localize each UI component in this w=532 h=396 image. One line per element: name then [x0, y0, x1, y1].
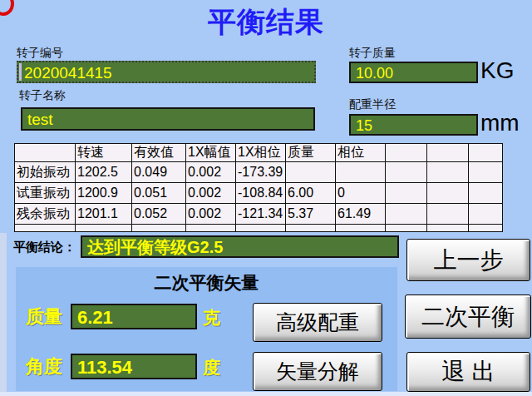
table-cell: -121.34	[236, 204, 286, 225]
rotor-name-label: 转子名称	[19, 88, 66, 103]
conclusion-label: 平衡结论：	[13, 240, 76, 255]
table-empty-row	[15, 225, 503, 232]
balance-mass-unit: 克	[203, 306, 220, 329]
table-cell	[427, 204, 469, 225]
table-cell	[286, 162, 336, 183]
table-cell	[469, 162, 503, 183]
page-title: 平衡结果	[0, 3, 532, 42]
rotor-id-value: 2020041415	[18, 62, 314, 82]
table-header-cell: 1X幅值	[186, 144, 236, 162]
table-cell: 0.002	[186, 204, 236, 225]
balance-angle-value: 113.54	[72, 355, 195, 379]
rotor-name-value: test	[22, 109, 313, 130]
vibration-table: 转速 有效值 1X幅值 1X相位 质量 相位 初始振动 1202.5 0.049…	[14, 143, 503, 232]
table-cell: 0.052	[132, 204, 186, 225]
table-cell: 6.00	[286, 183, 336, 204]
table-cell	[386, 204, 427, 225]
table-header-cell: 1X相位	[236, 144, 286, 162]
balance-result-window: 平衡结果 转子编号 2020041415 转子质量 10.00 KG 转子名称 …	[0, 0, 532, 396]
secondary-balance-panel-title: 二次平衡矢量	[16, 271, 397, 295]
table-header-cell	[386, 144, 427, 162]
rotor-mass-value: 10.00	[351, 63, 476, 82]
table-header-cell: 质量	[286, 144, 336, 162]
table-cell	[469, 183, 503, 204]
advanced-weight-button[interactable]: 高级配重	[253, 303, 382, 342]
rotor-mass-unit: KG	[480, 57, 514, 84]
secondary-balance-button[interactable]: 二次平衡	[405, 295, 531, 339]
table-cell: -173.39	[236, 162, 286, 183]
balance-angle-label: 角度	[26, 354, 62, 379]
previous-step-button[interactable]: 上一步	[406, 239, 530, 281]
vector-decompose-button[interactable]: 矢量分解	[253, 352, 382, 391]
table-row-initial-vibration: 初始振动 1202.5 0.049 0.002 -173.39	[15, 162, 503, 183]
table-cell: 1201.1	[76, 204, 132, 225]
window-bottom-edge	[0, 392, 532, 396]
balance-mass-value: 6.21	[72, 305, 195, 329]
table-cell: 1202.5	[76, 162, 132, 183]
table-cell	[386, 162, 427, 183]
row-label: 初始振动	[15, 162, 76, 183]
table-row-trial-vibration: 试重振动 1200.9 0.051 0.002 -108.84 6.00 0	[15, 183, 503, 204]
table-cell: 5.37	[286, 204, 336, 225]
table-cell	[336, 162, 386, 183]
table-cell	[427, 183, 469, 204]
row-label: 试重振动	[15, 183, 76, 204]
table-cell: 61.49	[336, 204, 386, 225]
rotor-mass-input[interactable]: 10.00	[349, 62, 478, 83]
table-header-row: 转速 有效值 1X幅值 1X相位 质量 相位	[15, 144, 503, 162]
table-cell	[386, 183, 427, 204]
rotor-name-input[interactable]: test	[21, 107, 315, 131]
weight-radius-unit: mm	[480, 110, 520, 136]
table-cell: 0	[336, 183, 386, 204]
conclusion-field: 达到平衡等级G2.5	[81, 235, 399, 258]
weight-radius-label: 配重半径	[349, 97, 396, 112]
balance-mass-field[interactable]: 6.21	[71, 304, 197, 329]
rotor-mass-label: 转子质量	[349, 46, 396, 61]
balance-angle-unit: 度	[203, 356, 220, 379]
table-cell: -108.84	[236, 183, 286, 204]
exit-button[interactable]: 退 出	[406, 352, 530, 392]
table-header-cell	[15, 144, 76, 162]
table-cell: 0.049	[132, 162, 186, 183]
table-cell	[427, 162, 469, 183]
table-cell: 0.051	[132, 183, 186, 204]
text-cursor	[19, 63, 22, 81]
table-cell: 0.002	[186, 183, 236, 204]
table-header-cell: 相位	[336, 144, 386, 162]
weight-radius-value: 15	[351, 116, 476, 135]
weight-radius-input[interactable]: 15	[349, 114, 478, 136]
table-header-cell	[469, 144, 503, 162]
table-header-cell: 转速	[76, 144, 132, 162]
table-cell	[469, 204, 503, 225]
rotor-id-input[interactable]: 2020041415	[17, 61, 316, 83]
window-left-edge	[0, 233, 7, 396]
balance-mass-label: 质量	[26, 304, 62, 329]
table-header-cell: 有效值	[132, 144, 186, 162]
table-header-cell	[427, 144, 469, 162]
conclusion-value: 达到平衡等级G2.5	[82, 237, 397, 257]
table-row-residual-vibration: 残余振动 1201.1 0.052 0.002 -121.34 5.37 61.…	[15, 204, 503, 225]
rotor-id-label: 转子编号	[17, 46, 63, 61]
balance-angle-field[interactable]: 113.54	[71, 354, 197, 379]
row-label: 残余振动	[15, 204, 76, 225]
table-cell: 0.002	[186, 162, 236, 183]
table-cell: 1200.9	[76, 183, 132, 204]
